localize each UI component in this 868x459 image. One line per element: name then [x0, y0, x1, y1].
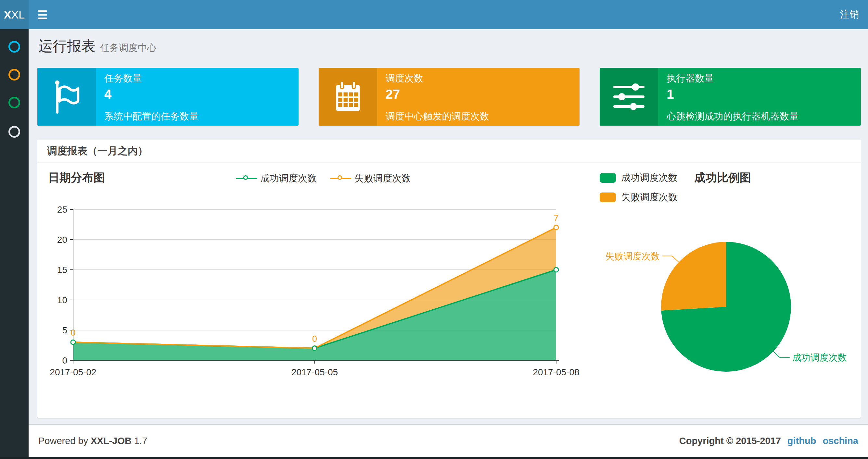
- svg-text:2017-05-02: 2017-05-02: [50, 367, 96, 377]
- line-chart-title: 日期分布图: [48, 170, 105, 185]
- circle-icon-orange: [8, 69, 20, 80]
- legend-label: 成功调度次数: [260, 172, 317, 185]
- report-panel-title: 调度报表（一月之内）: [47, 144, 148, 158]
- info-box-description: 调度中心触发的调度次数: [385, 110, 571, 123]
- pie-legend-item-success[interactable]: 成功调度次数: [600, 171, 678, 185]
- legend-item-success[interactable]: 成功调度次数: [236, 172, 317, 185]
- info-box-jobs: 任务数量 4 系统中配置的任务数量: [37, 68, 299, 126]
- svg-text:7: 7: [554, 213, 558, 223]
- line-chart: 05101520252017-05-022017-05-052017-05-08…: [42, 195, 582, 390]
- logo-light: XL: [11, 8, 25, 21]
- page-subtitle: 任务调度中心: [100, 42, 157, 53]
- info-box-value: 27: [385, 87, 571, 102]
- page-title: 运行报表: [38, 38, 95, 54]
- svg-text:0: 0: [70, 328, 75, 337]
- svg-text:2017-05-05: 2017-05-05: [291, 367, 338, 377]
- footer-powered-by: Powered by XXL-JOB 1.7: [38, 436, 147, 446]
- pie-chart-legend: 成功调度次数 失败调度次数: [600, 171, 678, 210]
- app-logo[interactable]: XXL: [0, 0, 29, 29]
- logo-bold: X: [4, 8, 11, 21]
- svg-text:0: 0: [62, 356, 67, 365]
- bottom-edge-strip: [0, 457, 868, 459]
- oschina-link[interactable]: oschina: [823, 436, 858, 446]
- legend-label: 失败调度次数: [621, 191, 678, 204]
- line-chart-legend: 成功调度次数 失败调度次数: [236, 172, 411, 185]
- svg-text:20: 20: [57, 235, 67, 245]
- circle-icon-aqua: [8, 41, 20, 53]
- info-box-description: 系统中配置的任务数量: [104, 110, 290, 123]
- circle-icon-white: [8, 126, 20, 138]
- svg-text:2017-05-08: 2017-05-08: [533, 367, 579, 377]
- svg-text:0: 0: [312, 334, 317, 344]
- legend-item-fail[interactable]: 失败调度次数: [330, 172, 411, 185]
- github-link[interactable]: github: [787, 436, 816, 446]
- page-header: 运行报表任务调度中心: [38, 37, 157, 56]
- sidebar-item-dashboard[interactable]: [8, 41, 20, 53]
- info-box-description: 心跳检测成功的执行器机器数量: [666, 110, 852, 123]
- info-box-label: 调度次数: [385, 72, 571, 85]
- svg-text:15: 15: [57, 265, 67, 275]
- legend-label: 成功调度次数: [621, 171, 678, 185]
- info-box-label: 任务数量: [104, 72, 290, 85]
- sidebar: [0, 29, 29, 459]
- green-swatch-icon: [600, 173, 616, 183]
- powered-prefix: Powered by: [38, 436, 88, 446]
- info-box-executors: 执行器数量 1 心跳检测成功的执行器机器数量: [600, 68, 861, 126]
- svg-text:10: 10: [57, 295, 67, 305]
- logout-button[interactable]: 注销: [831, 0, 868, 29]
- pie-chart-title: 成功比例图: [694, 170, 751, 185]
- report-panel-body: 日期分布图 成功调度次数 失败调度次数 05101520252017-05-02…: [37, 163, 861, 417]
- product-name: XXL-JOB: [91, 436, 131, 446]
- line-legend-marker-icon: [330, 175, 351, 182]
- hamburger-icon: [38, 10, 47, 19]
- info-box-row: 任务数量 4 系统中配置的任务数量 调度次数 27 调度中心触发的调度次数: [37, 68, 861, 126]
- product-version: 1.7: [134, 436, 147, 446]
- sidebar-item-log[interactable]: [8, 97, 20, 108]
- calendar-icon: [319, 68, 377, 126]
- line-legend-marker-icon: [236, 175, 257, 182]
- flag-icon: [37, 68, 96, 126]
- circle-icon-green: [8, 97, 20, 108]
- report-panel-header: 调度报表（一月之内）: [37, 139, 861, 163]
- info-box-content: 任务数量 4 系统中配置的任务数量: [96, 68, 299, 126]
- svg-text:5: 5: [62, 325, 67, 335]
- sidebar-item-jobs[interactable]: [8, 69, 20, 80]
- svg-text:25: 25: [57, 204, 67, 215]
- report-panel: 调度报表（一月之内） 日期分布图 成功调度次数 失败调度次数 051015202…: [37, 139, 861, 418]
- info-box-label: 执行器数量: [666, 72, 852, 85]
- info-box-value: 4: [104, 87, 290, 102]
- pie-chart: 成功调度次数失败调度次数: [601, 240, 861, 402]
- info-box-value: 1: [666, 87, 852, 102]
- top-navbar: XXL 注销: [0, 0, 868, 29]
- legend-label: 失败调度次数: [354, 172, 411, 185]
- sliders-icon: [600, 68, 658, 126]
- info-box-content: 执行器数量 1 心跳检测成功的执行器机器数量: [658, 68, 861, 126]
- sidebar-toggle-button[interactable]: [29, 0, 56, 29]
- sidebar-item-help[interactable]: [8, 126, 20, 138]
- orange-swatch-icon: [600, 193, 616, 202]
- svg-text:成功调度次数: 成功调度次数: [792, 353, 847, 363]
- pie-legend-item-fail[interactable]: 失败调度次数: [600, 191, 678, 204]
- svg-text:失败调度次数: 失败调度次数: [605, 251, 660, 261]
- info-box-content: 调度次数 27 调度中心触发的调度次数: [377, 68, 580, 126]
- copyright-text: Copyright © 2015-2017: [679, 436, 781, 446]
- main-footer: Powered by XXL-JOB 1.7 Copyright © 2015-…: [29, 424, 868, 457]
- info-box-triggers: 调度次数 27 调度中心触发的调度次数: [319, 68, 580, 126]
- footer-copyright: Copyright © 2015-2017 github oschina: [679, 436, 858, 446]
